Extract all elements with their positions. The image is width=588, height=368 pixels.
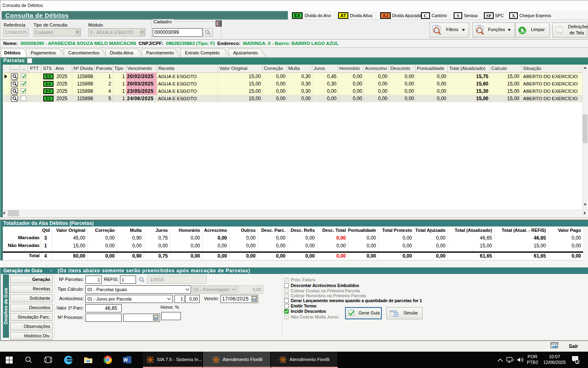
svg-text:1: 1: [577, 360, 579, 364]
svg-text:W: W: [124, 357, 128, 362]
